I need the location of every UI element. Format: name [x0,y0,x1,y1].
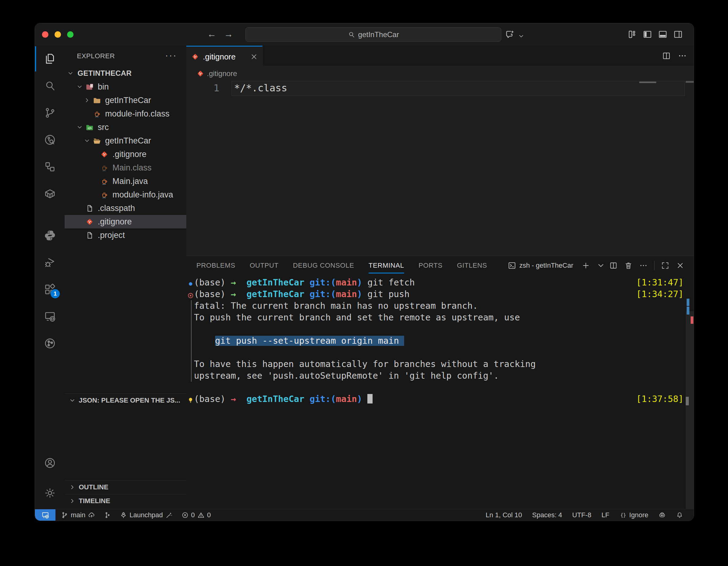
tree-item--project[interactable]: .project [65,228,186,242]
container-icon[interactable] [35,180,65,207]
gitlens-icon[interactable] [35,127,65,153]
copilot-chat-icon[interactable] [505,29,515,39]
status-item-problems-status[interactable]: 00 [181,511,211,519]
tree-item-main-class[interactable]: Main.class [65,161,186,174]
navigate-back-button[interactable]: ← [206,29,218,39]
status-item-commit-graph-status[interactable] [104,511,111,519]
status-item-indentation[interactable]: Spaces: 4 [532,511,562,519]
tab-gitignore[interactable]: .gitignore [186,46,263,67]
status-item-encoding[interactable]: UTF-8 [572,511,591,519]
tree-item--gitignore[interactable]: .gitignore [65,147,186,161]
python-icon[interactable] [35,222,65,249]
sidebar-section-outline[interactable]: OUTLINE [65,480,186,494]
editor-scrollbar[interactable] [686,81,694,83]
warning-icon [197,511,205,519]
minimize-window-button[interactable] [55,31,61,38]
tree-item-src[interactable]: src [65,120,186,134]
tree-item-module-info-java[interactable]: module-info.java [65,188,186,201]
search-icon [348,31,355,38]
toggle-secondary-sidebar-icon[interactable] [673,29,683,39]
sidebar-section-json-please-open-the-js-[interactable]: JSON: PLEASE OPEN THE JS... [65,393,186,407]
terminal-timestamp: [1:31:47] [636,277,684,289]
extensions-icon[interactable]: 1 [35,276,65,303]
panel-more-actions-icon[interactable] [639,261,648,270]
titlebar: ← → getInTheCar [35,23,694,46]
status-item-notifications[interactable] [676,511,683,519]
status-item-label: Ignore [629,511,648,519]
run-debug-icon[interactable] [35,249,65,275]
split-editor-icon[interactable] [662,51,671,60]
toggle-panel-icon[interactable] [658,29,668,39]
toggle-sidebar-icon[interactable] [643,29,652,39]
terminal-output[interactable]: (base) → getInTheCar git:(main) git fetc… [186,275,694,509]
panel-tab-ports[interactable]: PORTS [419,256,442,275]
command-error-decoration-icon[interactable] [187,291,194,298]
blocks-icon[interactable] [35,154,65,180]
panel-tab-problems[interactable]: PROBLEMS [196,256,235,275]
status-item-launchpad[interactable]: Launchpad [120,511,173,519]
chevron-down-icon[interactable] [76,83,85,90]
command-center-search-input[interactable]: getInTheCar [245,27,501,42]
maximize-window-button[interactable] [67,31,74,38]
terminal-scrollbar-thumb[interactable] [686,397,689,405]
breadcrumb[interactable]: .gitignore [186,66,694,81]
close-window-button[interactable] [42,31,48,38]
chevron-down-icon[interactable] [518,31,525,41]
editor-content[interactable]: 1 */*.class [186,81,694,256]
status-item-eol[interactable]: LF [601,511,609,519]
new-terminal-icon[interactable] [582,261,590,270]
explorer-icon[interactable] [35,46,65,72]
terminal-text: getInTheCar [247,394,310,404]
chevron-right-icon[interactable] [84,97,93,104]
maximize-panel-icon[interactable] [661,261,669,270]
panel-tab-output[interactable]: OUTPUT [250,256,279,275]
panel-tab-terminal[interactable]: TERMINAL [369,256,404,275]
minimap[interactable] [639,82,656,83]
settings-icon[interactable] [35,480,65,506]
status-item-branch-status[interactable]: main [61,511,95,519]
tree-item-module-info-class[interactable]: module-info.class [65,107,186,120]
customize-layout-icon[interactable] [628,29,637,39]
tree-item-main-java[interactable]: Main.java [65,174,186,188]
rocket-icon [120,511,127,519]
status-item-copilot-status[interactable] [658,511,666,519]
chevron-down-icon[interactable] [67,70,76,77]
split-terminal-icon[interactable] [609,261,618,270]
close-tab-icon[interactable] [250,53,258,61]
chevron-spacer [91,177,100,185]
scroll-mark-command [687,299,689,306]
panel-tab-debug-console[interactable]: DEBUG CONSOLE [293,256,354,275]
search-icon[interactable] [35,73,65,99]
chevron-down-icon[interactable] [76,123,85,131]
source-control-icon[interactable] [35,100,65,126]
chevron-down-icon[interactable] [84,137,93,144]
terminal-text: To have this happen automatically for br… [194,359,536,369]
sidebar-more-actions-icon[interactable]: ··· [165,50,177,60]
sidebar-section-timeline[interactable]: TIMELINE [65,494,186,508]
tree-root-getinthecar[interactable]: GETINTHECAR [65,66,186,80]
remote-explorer-icon[interactable] [35,303,65,330]
remote-indicator[interactable] [35,509,55,521]
error-icon [181,511,189,519]
tree-item-getinthecar[interactable]: getInTheCar [65,134,186,147]
more-actions-icon[interactable] [678,51,687,60]
chevron-spacer [91,150,100,158]
terminal-scrollbar-track[interactable] [686,311,694,509]
tree-item-bin[interactable]: 0110bin [65,80,186,93]
tree-item--classpath[interactable]: .classpath [65,201,186,215]
git-graph-icon[interactable] [35,330,65,357]
account-icon[interactable] [35,450,65,476]
close-panel-icon[interactable] [676,261,684,270]
status-item-cursor-position[interactable]: Ln 1, Col 10 [486,511,522,519]
lightbulb-icon[interactable] [187,396,194,403]
tree-item--gitignore[interactable]: .gitignore [65,215,186,228]
command-success-decoration-icon[interactable] [187,279,194,287]
terminal-instance-picker[interactable]: zsh - getInTheCar [508,261,573,270]
navigate-forward-button[interactable]: → [222,29,235,39]
terminal-dropdown-chevron-icon[interactable] [597,261,603,270]
kill-terminal-icon[interactable] [624,261,633,270]
status-item-language-mode[interactable]: {}Ignore [620,511,648,519]
panel-tab-gitlens[interactable]: GITLENS [457,256,487,275]
tree-item-getinthecar[interactable]: getInTheCar [65,93,186,107]
terminal-text: (base) [194,394,231,404]
